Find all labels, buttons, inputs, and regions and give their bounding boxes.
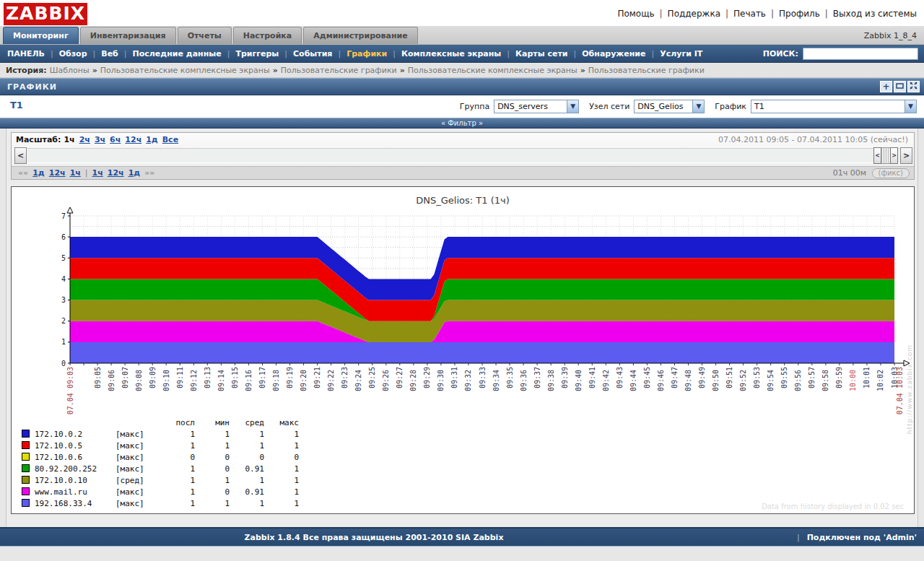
svg-text:09:33: 09:33 xyxy=(479,367,487,388)
host-select[interactable]: DNS_Gelios ▼ xyxy=(634,100,705,113)
search-input[interactable] xyxy=(803,48,918,60)
filter-toggle[interactable]: « Фильтр » xyxy=(0,118,924,129)
legend-value: 1 xyxy=(195,430,230,441)
svg-text:09:35: 09:35 xyxy=(506,367,514,388)
window-length-text: 01ч 00м xyxy=(833,167,866,179)
breadcrumb-item-5[interactable]: Пользовательские графики xyxy=(588,66,705,75)
legend-value: 1 xyxy=(264,441,299,453)
link-separator: | xyxy=(825,9,828,19)
svg-text:10:02: 10:02 xyxy=(876,370,884,391)
legend-row: 172.10.0.6[макс]0000 xyxy=(22,453,299,464)
slideshow-icon[interactable] xyxy=(894,81,906,92)
nav-fwd-1ч[interactable]: 1ч xyxy=(92,168,103,178)
scale-2ч[interactable]: 2ч xyxy=(79,135,90,144)
zoom-slider[interactable]: < > xyxy=(873,147,898,164)
menu-bar: ПАНЕЛЬ|Обзор|Веб|Последние данные|Тригге… xyxy=(0,45,924,63)
menu-separator: | xyxy=(652,49,655,58)
menu-item-9[interactable]: Карты сети xyxy=(515,49,568,58)
header-link-3[interactable]: Печать xyxy=(733,9,766,19)
zoom-handle-right[interactable]: > xyxy=(890,147,898,164)
legend-color-swatch xyxy=(22,499,30,507)
svg-text:09:38: 09:38 xyxy=(547,370,555,391)
legend-value: 0 xyxy=(160,453,195,464)
tab-администрирование[interactable]: Администрирование xyxy=(303,27,417,44)
svg-text:10:00: 10:00 xyxy=(849,370,857,391)
time-range-text: 07.04.2011 09:05 - 07.04.2011 10:05 (сей… xyxy=(718,135,908,144)
svg-text:09:43: 09:43 xyxy=(616,367,624,388)
scale-1д[interactable]: 1д xyxy=(146,135,158,144)
breadcrumb-separator: » xyxy=(400,66,405,75)
menu-item-2[interactable]: Обзор xyxy=(59,49,87,58)
nav-back-12ч[interactable]: 12ч xyxy=(49,168,66,178)
nav-fwd-12ч[interactable]: 12ч xyxy=(108,168,124,178)
scale-12ч[interactable]: 12ч xyxy=(125,135,141,144)
tab-отчеты[interactable]: Отчеты xyxy=(178,27,232,44)
top-links: Помощь|Поддержка|Печать|Профиль|Выход из… xyxy=(617,9,917,19)
menu-item-8[interactable]: Комплексные экраны xyxy=(401,49,501,58)
content-area: Масштаб:1ч2ч3ч6ч12ч1дВсе 07.04.2011 09:0… xyxy=(6,129,918,527)
breadcrumb-item-4[interactable]: Пользовательские комплексные экраны xyxy=(408,66,578,75)
svg-text:09:57: 09:57 xyxy=(808,367,816,388)
breadcrumb-item-2[interactable]: Пользовательские комплексные экраны xyxy=(100,66,270,75)
svg-text:0: 0 xyxy=(61,360,66,368)
legend-value: 0 xyxy=(264,453,299,464)
scroll-track[interactable] xyxy=(27,148,899,163)
scale-Все[interactable]: Все xyxy=(162,135,178,144)
svg-text:09:31: 09:31 xyxy=(450,367,458,388)
svg-text:09:09: 09:09 xyxy=(149,367,157,388)
nav-back-1д[interactable]: 1д xyxy=(32,168,45,178)
svg-text:09:11: 09:11 xyxy=(176,367,184,388)
nav-far-fwd-icon[interactable]: »» xyxy=(144,168,154,178)
menu-item-1[interactable]: ПАНЕЛЬ xyxy=(7,49,45,58)
add-favourite-icon[interactable]: + xyxy=(880,81,892,92)
header-link-5[interactable]: Выход из системы xyxy=(833,9,917,19)
menu-item-11[interactable]: Услуги IT xyxy=(660,49,702,58)
legend-row: 172.10.0.10[сред]1111 xyxy=(22,476,299,487)
scale-6ч[interactable]: 6ч xyxy=(110,135,121,144)
svg-text:09:52: 09:52 xyxy=(739,370,747,391)
svg-text:2: 2 xyxy=(61,317,66,325)
fix-button[interactable]: (фикс) xyxy=(872,168,910,178)
scroll-right-button[interactable]: > xyxy=(900,147,912,164)
tab-настройка[interactable]: Настройка xyxy=(233,27,302,44)
legend-value: 0.91 xyxy=(230,487,264,499)
link-separator: | xyxy=(660,9,663,19)
time-nav-row: ««1д12ч1ч|1ч12ч1д»» 01ч 00м (фикс) xyxy=(12,166,914,179)
menu-item-5[interactable]: Триггеры xyxy=(235,49,279,58)
menu-item-7[interactable]: Графики xyxy=(346,49,387,58)
legend-row: www.mail.ru[макс]100.911 xyxy=(22,487,299,499)
legend-item-name: 172.10.0.10 xyxy=(35,476,116,487)
section-icons: + xyxy=(880,81,920,92)
legend-color-swatch xyxy=(22,430,30,438)
svg-text:09:25: 09:25 xyxy=(368,367,376,388)
tab-инвентаризация[interactable]: Инвентаризация xyxy=(80,27,176,44)
scroll-left-button[interactable]: < xyxy=(14,147,27,164)
scale-3ч[interactable]: 3ч xyxy=(95,135,105,144)
host-select-value: DNS_Gelios xyxy=(635,100,692,113)
breadcrumb-item-3[interactable]: Пользовательские графики xyxy=(281,66,397,75)
menu-item-10[interactable]: Обнаружение xyxy=(582,49,645,58)
header-link-2[interactable]: Поддержка xyxy=(668,9,720,19)
tab-мониторинг[interactable]: Мониторинг xyxy=(3,27,79,44)
group-select[interactable]: DNS_servers ▼ xyxy=(494,100,579,113)
graph-select[interactable]: T1 ▼ xyxy=(751,100,917,113)
fullscreen-icon[interactable] xyxy=(907,81,920,92)
breadcrumb: История:Шаблоны»Пользовательские комплек… xyxy=(0,64,924,78)
menu-item-3[interactable]: Веб xyxy=(101,49,118,58)
breadcrumb-item-1[interactable]: Шаблоны xyxy=(50,66,90,75)
svg-text:09:37: 09:37 xyxy=(533,367,541,388)
zoom-handle-left[interactable]: < xyxy=(873,147,881,164)
svg-text:09:48: 09:48 xyxy=(684,370,692,391)
header-link-1[interactable]: Помощь xyxy=(617,9,654,19)
legend-item-function: [макс] xyxy=(116,499,160,510)
zoom-grip[interactable] xyxy=(881,147,890,164)
menu-item-6[interactable]: События xyxy=(293,49,332,58)
menu-item-4[interactable]: Последние данные xyxy=(133,49,222,58)
header-link-4[interactable]: Профиль xyxy=(779,9,820,19)
legend-value: 1 xyxy=(230,441,264,453)
nav-far-back-icon[interactable]: «« xyxy=(18,168,28,178)
nav-back-1ч[interactable]: 1ч xyxy=(70,168,81,178)
zabbix-logo[interactable]: ZABBIX xyxy=(4,3,87,25)
legend-value: 1 xyxy=(230,430,264,441)
nav-fwd-1д[interactable]: 1д xyxy=(128,168,141,178)
